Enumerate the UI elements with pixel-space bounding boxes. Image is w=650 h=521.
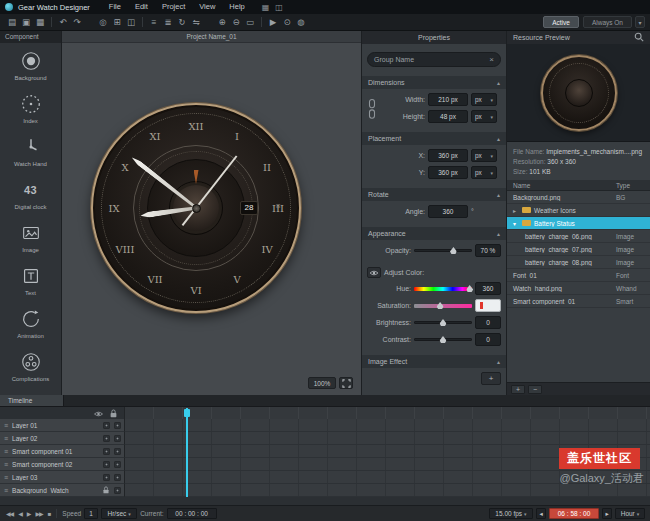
layer-option-button[interactable] [103,474,110,481]
contrast-value[interactable]: 0 [475,333,501,346]
skip-end-icon[interactable]: ▶▶ [34,510,43,517]
menu-file[interactable]: File [102,0,128,14]
height-input[interactable]: 48 px [428,110,468,123]
layer-option-button[interactable] [114,448,121,455]
layer-option-button[interactable] [103,435,110,442]
x-input[interactable]: 360 px [428,149,468,162]
opacity-value[interactable]: 70 % [475,244,501,257]
tab-timeline[interactable]: Timeline [0,395,64,406]
menu-view[interactable]: View [192,0,222,14]
device-icon[interactable]: ◎ [96,16,110,29]
flip-icon[interactable]: ⇋ [189,16,203,29]
add-resource-button[interactable]: + [511,385,525,394]
brightness-slider[interactable] [414,316,472,329]
table-row[interactable]: Background.png BG [507,191,650,204]
y-input[interactable]: 360 px [428,166,468,179]
preview-time-display[interactable]: 06 : 58 : 00 [549,508,599,519]
align-center-icon[interactable]: ≣ [161,16,175,29]
table-row[interactable]: Font_01 Font [507,269,650,282]
layer-track[interactable] [125,432,650,445]
width-unit-select[interactable]: px ▾ [471,93,497,106]
zoom-in-icon[interactable]: ⊕ [215,16,229,29]
table-row[interactable]: Watch_hand.png Whand [507,282,650,295]
section-image-effect[interactable]: Image Effect ▴ [362,355,506,368]
layer-drag-icon[interactable]: ≡ [4,435,8,442]
panel-icon[interactable]: ◫ [275,3,283,12]
speed-unit-select[interactable]: Hr/sec ▾ [101,508,137,519]
layer-option-button[interactable] [103,422,110,429]
lock-icon[interactable] [102,486,110,495]
fps-select[interactable]: 15.00 fps ▾ [489,508,533,519]
opacity-slider[interactable] [414,244,472,257]
time-step-forward-button[interactable]: ▸ [602,508,612,519]
chevron-down-icon[interactable]: ▾ [513,220,519,227]
timeline-layer-row[interactable]: ≡Layer 02 [0,432,650,445]
hue-value[interactable]: 360 [475,282,501,295]
time-step-back-button[interactable]: ◂ [536,508,546,519]
timeline-layer-row[interactable]: ≡Smart component 02 [0,458,650,471]
component-item-animation[interactable]: Animation [0,301,61,344]
timeline-layer-row-locked[interactable]: ≡Background_Watch [0,484,650,497]
skip-start-icon[interactable]: ◀◀ [5,510,14,517]
layer-drag-icon[interactable]: ≡ [4,487,8,494]
preview-icon[interactable]: ▶ [266,16,280,29]
component-item-image[interactable]: Image [0,215,61,258]
design-canvas[interactable]: Project Name_01 XII I II III IV V VI VII… [62,31,361,395]
x-unit-select[interactable]: px ▾ [471,149,497,162]
group-name-field[interactable]: Group Name × [367,52,501,67]
clear-icon[interactable]: × [489,55,494,64]
menu-edit[interactable]: Edit [128,0,155,14]
window-icon[interactable]: ▦ [262,3,270,12]
menu-help[interactable]: Help [222,0,251,14]
column-name[interactable]: Name [507,182,616,189]
table-row[interactable]: Smart component_01 Smart [507,295,650,308]
layer-option-button[interactable] [103,448,110,455]
component-item-watch-hand[interactable]: Watch Hand [0,129,61,172]
table-row-folder-battery-selected[interactable]: ▾ Battery Status [507,217,650,230]
layer-option-button[interactable] [114,487,121,494]
component-item-digital-clock[interactable]: 43 Digital clock [0,172,61,215]
component-item-text[interactable]: Text [0,258,61,301]
brightness-value[interactable]: 0 [475,316,501,329]
zoom-level[interactable]: 100% [308,377,336,389]
hue-slider[interactable] [414,282,472,295]
new-project-icon[interactable]: ▤ [5,16,19,29]
zoom-out-icon[interactable]: ⊖ [229,16,243,29]
contrast-slider[interactable] [414,333,472,346]
layer-option-button[interactable] [114,435,121,442]
watch-face-preview[interactable]: XII I II III IV V VI VII VIII IX X XI 28… [91,103,301,313]
open-project-icon[interactable]: ▣ [19,16,33,29]
undo-icon[interactable]: ↶ [56,16,70,29]
timeline-layer-row[interactable]: ≡Layer 03 [0,471,650,484]
timeline-layer-row[interactable]: ≡Layer 01 [0,419,650,432]
ruler-icon[interactable]: ▭ [243,16,257,29]
step-back-icon[interactable]: ◀ [17,510,23,517]
width-input[interactable]: 210 px [428,93,468,106]
layer-drag-icon[interactable]: ≡ [4,461,8,468]
table-row[interactable]: battery_charge_06.png Image [507,230,650,243]
layer-drag-icon[interactable]: ≡ [4,474,8,481]
layer-option-button[interactable] [114,422,121,429]
timeline-layer-row[interactable]: ≡Smart component 01 [0,445,650,458]
angle-input[interactable]: 360 [428,205,468,218]
save-icon[interactable]: ▦ [33,16,47,29]
add-image-effect-button[interactable]: + [481,372,501,385]
always-on-mode-button[interactable]: Always On [583,16,632,28]
timeline-ruler[interactable] [125,407,650,419]
search-icon[interactable] [634,32,644,43]
time-unit-select[interactable]: Hour ▾ [615,508,645,519]
layer-option-button[interactable] [114,474,121,481]
section-placement[interactable]: Placement ▴ [362,132,506,145]
build-icon[interactable]: ⊙ [280,16,294,29]
playhead-handle[interactable] [184,409,190,417]
remove-resource-button[interactable]: − [528,385,542,394]
layer-drag-icon[interactable]: ≡ [4,448,8,455]
align-left-icon[interactable]: ≡ [147,16,161,29]
export-icon[interactable]: ◍ [294,16,308,29]
playhead-line[interactable] [186,408,188,497]
fit-to-screen-button[interactable] [339,377,353,389]
column-type[interactable]: Type [616,182,650,189]
layer-drag-icon[interactable]: ≡ [4,422,8,429]
stop-icon[interactable]: ■ [47,511,52,517]
section-dimensions[interactable]: Dimensions ▴ [362,76,506,89]
